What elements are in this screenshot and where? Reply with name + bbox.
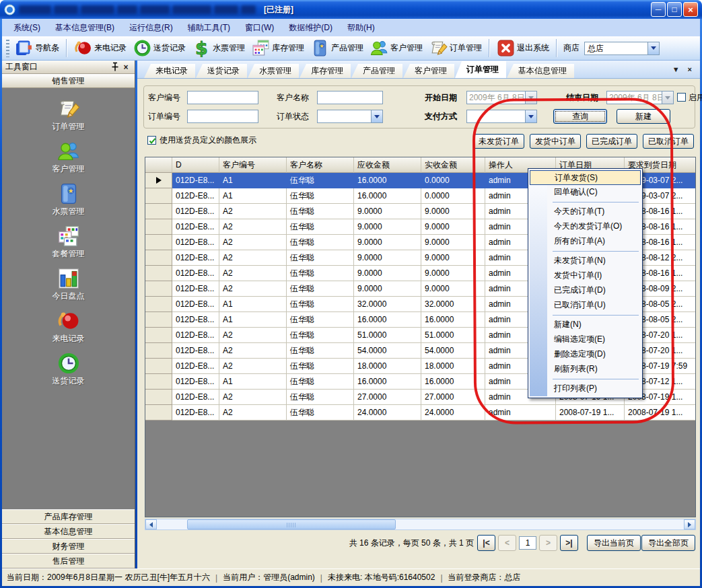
tab-5[interactable]: 客户管理 (403, 64, 454, 78)
sidebar-item-incoming-call-records[interactable]: 来电记录 (2, 309, 135, 352)
context-menu-item-today-orders[interactable]: 今天的订单(T) (530, 205, 641, 219)
menu-item-4[interactable]: 窗口(W) (238, 20, 281, 36)
row-selector[interactable] (145, 235, 172, 250)
toolbar-button-orders[interactable]: 订单管理 (426, 38, 485, 59)
payment-dropdown-icon[interactable] (525, 110, 536, 122)
order-no-input[interactable] (187, 110, 258, 123)
row-selector[interactable] (145, 188, 172, 204)
order-status-filter-button-0[interactable]: 未发货订单 (473, 134, 524, 149)
tab-4[interactable]: 产品管理 (351, 64, 402, 78)
tab-2[interactable]: 水票管理 (248, 64, 299, 78)
scrollbar-track[interactable] (157, 519, 684, 529)
column-header-2[interactable]: 客户名称 (287, 157, 354, 173)
order-status-filter-button-2[interactable]: 已完成订单 (586, 134, 637, 149)
menu-item-2[interactable]: 运行信息(R) (122, 20, 180, 36)
sidebar-section-3[interactable]: 售后管理 (2, 554, 135, 568)
row-selector[interactable] (145, 390, 172, 405)
context-menu-item-unshipped-orders[interactable]: 未发货订单(N) (530, 254, 641, 268)
sidebar-item-delivery-records[interactable]: 送货记录 (2, 352, 135, 394)
column-header-0[interactable]: D (172, 157, 219, 173)
menu-item-1[interactable]: 基本信息管理(B) (48, 20, 122, 36)
row-selector[interactable] (145, 312, 172, 328)
row-selector[interactable] (145, 250, 172, 266)
context-menu-item-delete-selected[interactable]: 删除选定项(D) (530, 347, 641, 362)
sidebar-item-today-inventory[interactable]: 今日盘点 (2, 267, 135, 309)
column-header-4[interactable]: 实收金额 (421, 157, 485, 173)
horizontal-scrollbar[interactable] (145, 519, 696, 530)
row-selector[interactable] (145, 173, 172, 188)
context-menu-item-new-order[interactable]: 新建(N) (530, 318, 641, 332)
row-selector[interactable] (145, 219, 172, 235)
row-selector[interactable] (145, 204, 172, 219)
scrollbar-thumb[interactable] (187, 519, 396, 529)
tab-close-icon[interactable]: × (688, 65, 692, 73)
order-status-combo[interactable] (317, 110, 383, 123)
toolbar-drag-handle[interactable] (6, 40, 9, 57)
first-page-button[interactable]: |< (477, 535, 495, 551)
scroll-right-icon[interactable] (684, 519, 695, 529)
maximize-button[interactable]: □ (667, 2, 682, 17)
context-menu-item-shipping-orders[interactable]: 发货中订单(I) (530, 268, 641, 283)
end-date-picker[interactable]: 2009年 6月 8日 (606, 91, 674, 104)
export-all-pages-button[interactable]: 导出全部页 (641, 535, 695, 551)
sidebar-item-water-ticket-management[interactable]: ★水票管理 (2, 182, 135, 225)
row-selector[interactable] (145, 343, 172, 359)
tab-0[interactable]: 来电记录 (144, 64, 195, 78)
context-menu-item-all-orders[interactable]: 所有的订单(A) (530, 234, 641, 249)
toolbar-button-exit[interactable]: 退出系统 (493, 38, 553, 59)
export-current-page-button[interactable]: 导出当前页 (587, 535, 641, 551)
sidebar-item-order-management[interactable]: 订单管理 (2, 98, 135, 140)
scroll-left-icon[interactable] (145, 519, 157, 529)
prev-page-button[interactable]: < (498, 535, 516, 551)
end-date-dropdown-icon[interactable] (662, 91, 673, 104)
customer-name-input[interactable] (317, 91, 383, 104)
close-button[interactable]: × (683, 2, 698, 17)
row-selector[interactable] (145, 266, 172, 281)
pin-icon[interactable] (110, 62, 120, 72)
customer-no-input[interactable] (187, 91, 258, 104)
menu-item-6[interactable]: 帮助(H) (340, 20, 382, 36)
row-selector[interactable] (145, 281, 172, 297)
order-status-dropdown-icon[interactable] (371, 110, 382, 122)
row-selector[interactable] (145, 374, 172, 390)
sidebar-section-sales[interactable]: 销售管理 (2, 74, 135, 88)
context-menu-item-today-shipping-orders[interactable]: 今天的发货订单(O) (530, 219, 641, 234)
context-menu-item-cancelled-orders[interactable]: 已取消订单(U) (530, 298, 641, 313)
tab-7[interactable]: 基本信息管理 (507, 64, 574, 78)
sidebar-section-0[interactable]: 产品库存管理 (2, 509, 135, 524)
context-menu-item-refresh-list[interactable]: 刷新列表(R) (530, 362, 641, 377)
query-button[interactable]: 查询 (553, 109, 607, 124)
context-menu-item-confirm-receipt[interactable]: 回单确认(C) (530, 185, 641, 200)
start-date-picker[interactable]: 2009年 6月 8日 (466, 91, 537, 104)
toolbar-button-inventory[interactable]: 库存管理 (248, 38, 308, 59)
context-menu-item-completed-orders[interactable]: 已完成订单(D) (530, 283, 641, 298)
start-date-dropdown-icon[interactable] (525, 91, 536, 104)
tab-6[interactable]: 订单管理 (455, 61, 506, 78)
table-row[interactable]: 012D-E8...A2伍华聪24.000024.0000admin2008-0… (145, 405, 695, 420)
sidebar-item-customer-management[interactable]: 客户管理 (2, 140, 135, 182)
color-display-checkbox[interactable] (147, 136, 156, 145)
tab-3[interactable]: 库存管理 (300, 64, 351, 78)
next-page-button[interactable]: > (539, 535, 557, 551)
row-selector[interactable] (145, 328, 172, 343)
column-header-3[interactable]: 应收金额 (354, 157, 421, 173)
row-selector[interactable] (145, 297, 172, 312)
context-menu-item-edit-selected[interactable]: 编辑选定项(E) (530, 332, 641, 347)
tab-dropdown-icon[interactable]: ▼ (672, 65, 680, 73)
toolbar-button-water-ticket[interactable]: $水票管理 (189, 38, 248, 59)
toolbar-button-delivery-records[interactable]: 送货记录 (130, 38, 189, 59)
shop-dropdown-icon[interactable] (647, 42, 659, 54)
page-number-input[interactable]: 1 (519, 536, 536, 550)
minimize-button[interactable]: ─ (651, 2, 666, 17)
sidebar-section-1[interactable]: 基本信息管理 (2, 524, 135, 539)
column-header-1[interactable]: 客户编号 (219, 157, 287, 173)
toolbar-button-nav-bar[interactable]: 导航条 (11, 38, 63, 59)
menu-item-3[interactable]: 辅助工具(T) (180, 20, 238, 36)
context-menu-item-ship-order[interactable]: 订单发货(S) (530, 170, 641, 185)
row-selector[interactable] (145, 359, 172, 374)
new-button[interactable]: 新建 (617, 109, 670, 124)
row-selector[interactable] (145, 405, 172, 420)
payment-combo[interactable] (466, 110, 537, 123)
toolbar-button-products[interactable]: ★产品管理 (308, 38, 367, 59)
sidebar-section-2[interactable]: 财务管理 (2, 539, 135, 554)
